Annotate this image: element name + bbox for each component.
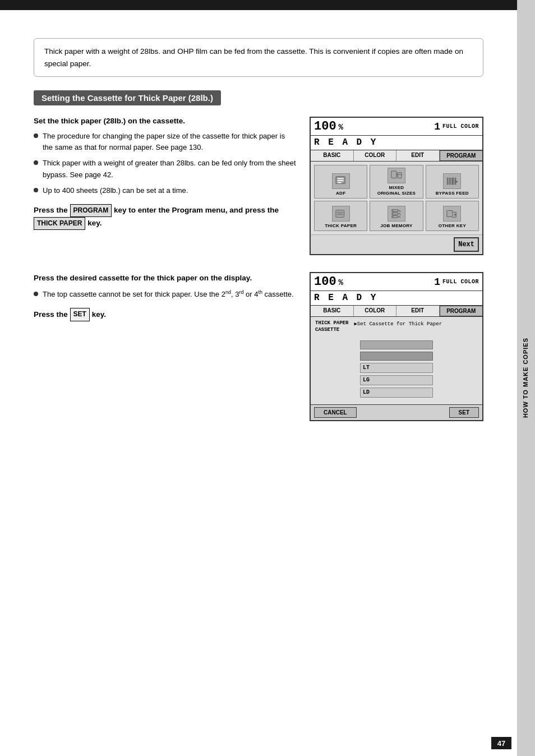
svg-rect-7: [447, 177, 448, 185]
screen1-percent-sign: %: [339, 123, 343, 132]
set-button[interactable]: SET: [449, 407, 479, 418]
set-key[interactable]: SET: [70, 308, 90, 321]
screen1-status: 100 % 1 FULL COLOR: [311, 118, 482, 136]
instruction2-text: Press the desired cassette for the thick…: [34, 274, 252, 282]
bullet-text-1: The procedure for changing the paper siz…: [43, 131, 296, 153]
instruction2: Press the desired cassette for the thick…: [34, 272, 296, 284]
instruction1-post: key.: [87, 219, 102, 227]
screen1-tab-basic[interactable]: BASIC: [311, 150, 354, 161]
instruction1-mid: key to enter the Program menu, and press…: [114, 206, 279, 214]
screen1-cell-adf[interactable]: ADF: [314, 165, 367, 199]
instruction1: Press the PROGRAM key to enter the Progr…: [34, 204, 296, 230]
svg-rect-8: [449, 177, 449, 185]
section1-layout: Set the thick paper (28lb.) on the casse…: [34, 117, 483, 255]
screen1-fullcolor: FULL COLOR: [442, 123, 479, 130]
section2-left: Press the desired cassette for the thick…: [34, 272, 296, 325]
screen1-cell-thick[interactable]: THICK PAPER: [314, 201, 367, 231]
screen2-tab-basic[interactable]: BASIC: [311, 306, 354, 316]
program-key[interactable]: PROGRAM: [70, 204, 112, 217]
bullet-item-2: Thick paper with a weight of greater tha…: [34, 158, 296, 180]
cassette-2[interactable]: [360, 352, 433, 361]
bullet-text-3: Up to 400 sheets (28lb.) can be set at a…: [43, 185, 296, 196]
screen2-header-instruction: ▶Set Cassette for Thick Paper: [354, 320, 442, 333]
section2-bullets: The top cassette cannot be set for thick…: [34, 289, 296, 300]
section2-right: 100 % 1 FULL COLOR R E A D Y BASIC COLOR…: [310, 272, 483, 421]
section1-bullets: The procedure for changing the paper siz…: [34, 131, 296, 196]
intro-text: Thick paper with a weight of 28lbs. and …: [44, 47, 463, 68]
section-header: Setting the Cassette for Thick Paper (28…: [34, 90, 221, 105]
cassette-ld-rect: LD: [360, 388, 433, 398]
instruction1-pre: Press the: [34, 206, 68, 214]
thick-icon: [332, 206, 350, 222]
svg-text:3: 3: [393, 216, 394, 218]
page-number: 47: [491, 737, 511, 749]
mixed-icon: [388, 168, 405, 183]
screen2: 100 % 1 FULL COLOR R E A D Y BASIC COLOR…: [310, 272, 483, 421]
screen1-cell-other[interactable]: OTHER KEY: [426, 201, 479, 231]
screen2-percent: 100: [314, 275, 336, 289]
section1-right: 100 % 1 FULL COLOR R E A D Y BASIC COLOR…: [310, 117, 483, 255]
section1-subheading: Set the thick paper (28lb.) on the casse…: [34, 117, 296, 125]
cancel-button[interactable]: CANCEL: [314, 407, 357, 418]
screen1-cell-job[interactable]: 1 2 3 JOB MEMORY: [370, 201, 423, 231]
section2-bullet-dot: [34, 292, 38, 296]
screen2-tab-program[interactable]: PROGRAM: [440, 306, 483, 316]
sidebar-label: HOW TO MAKE COPIES: [522, 338, 529, 418]
cassette-lg[interactable]: LG: [360, 375, 433, 385]
screen2-status: 100 % 1 FULL COLOR: [311, 273, 482, 291]
bullet-item-3: Up to 400 sheets (28lb.) can be set at a…: [34, 185, 296, 196]
screen2-tabs: BASIC COLOR EDIT PROGRAM: [311, 306, 482, 317]
instruction3: Press the SET key.: [34, 308, 296, 321]
screen2-header-label: THICK PAPERCASSETTE: [315, 320, 348, 333]
screen2-tab-color[interactable]: COLOR: [354, 306, 397, 316]
instruction3-pre: Press the: [34, 310, 68, 319]
thick-paper-key[interactable]: THICK PAPER: [34, 217, 85, 230]
cassette-area: LT LG: [315, 337, 478, 401]
adf-label: ADF: [336, 191, 345, 196]
screen2-fullcolor: FULL COLOR: [442, 279, 479, 285]
screen2-buttons: CANCEL SET: [311, 404, 482, 420]
svg-rect-16: [336, 214, 343, 215]
svg-rect-11: [452, 177, 454, 185]
svg-rect-9: [450, 177, 451, 185]
screen2-content: THICK PAPERCASSETTE ▶Set Cassette for Th…: [311, 317, 482, 404]
adf-icon: [332, 173, 350, 189]
screen2-status-left: 100 %: [314, 275, 343, 289]
screen2-header-row: THICK PAPERCASSETTE ▶Set Cassette for Th…: [315, 320, 478, 333]
main-content: Thick paper with a weight of 28lbs. and …: [22, 27, 495, 472]
screen1-tabs: BASIC COLOR EDIT PROGRAM: [311, 150, 482, 162]
cassette-lg-label: LG: [363, 377, 370, 383]
cassette-top-rect: [360, 340, 433, 349]
job-label: JOB MEMORY: [380, 223, 412, 229]
screen1-cell-mixed[interactable]: MIXEDORIGINAL SIZES: [370, 165, 423, 199]
mixed-svg: [390, 170, 403, 181]
bullet-dot-3: [34, 188, 38, 192]
section1-left: Set the thick paper (28lb.) on the casse…: [34, 117, 296, 234]
screen1: 100 % 1 FULL COLOR R E A D Y BASIC COLOR…: [310, 117, 483, 255]
thick-svg: [335, 208, 347, 219]
screen1-tab-edit[interactable]: EDIT: [396, 150, 440, 161]
next-button[interactable]: Next: [454, 237, 479, 252]
cassette-ld[interactable]: LD: [360, 388, 433, 398]
job-icon: 1 2 3: [388, 206, 405, 222]
cassette-2-rect: [360, 352, 433, 361]
screen2-tab-edit[interactable]: EDIT: [396, 306, 440, 316]
screen1-tab-color[interactable]: COLOR: [354, 150, 397, 161]
cassette-lt[interactable]: LT: [360, 363, 433, 373]
right-sidebar: HOW TO MAKE COPIES: [517, 0, 535, 756]
bypass-svg: [446, 176, 458, 187]
cassette-lg-rect: LG: [360, 375, 433, 385]
screen2-copies: 1: [434, 276, 440, 288]
section2-bullet-item: The top cassette cannot be set for thick…: [34, 289, 296, 300]
screen1-grid: ADF MIXEDORIGINAL SIZES: [311, 162, 482, 234]
screen1-ready: R E A D Y: [311, 136, 482, 150]
instruction3-post: key.: [92, 310, 106, 319]
section2-layout: Press the desired cassette for the thick…: [34, 272, 483, 421]
screen1-cell-bypass[interactable]: BYPASS FEED: [426, 165, 479, 199]
bypass-icon: [443, 173, 461, 189]
svg-rect-5: [398, 173, 402, 178]
bypass-label: BYPASS FEED: [436, 191, 469, 196]
screen1-tab-program[interactable]: PROGRAM: [440, 150, 483, 161]
screen1-status-left: 100 %: [314, 119, 343, 133]
mixed-label: MIXEDORIGINAL SIZES: [377, 185, 416, 196]
